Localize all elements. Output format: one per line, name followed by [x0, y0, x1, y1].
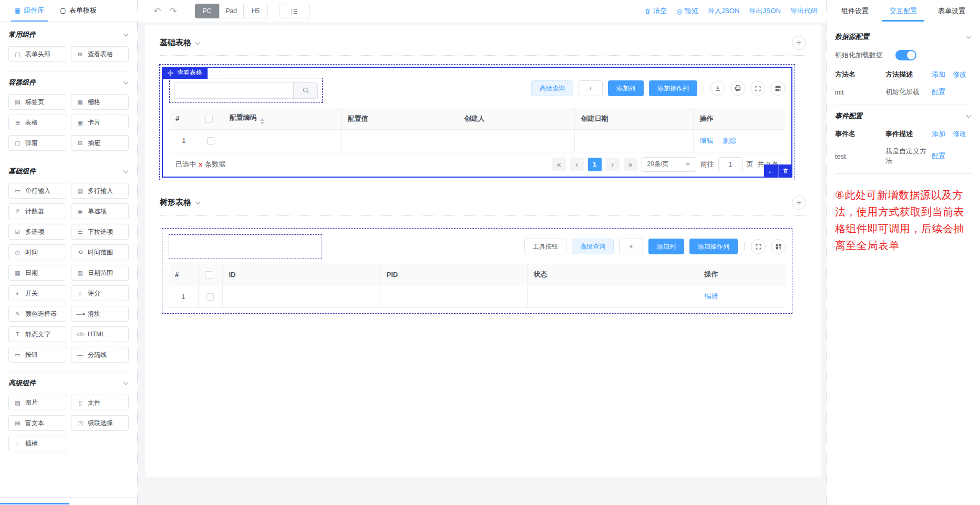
sidebar-scrollbar-thumb[interactable]	[0, 503, 69, 504]
component-item-time-range[interactable]: ⟲时间范围	[71, 244, 129, 260]
add-component-button[interactable]: +	[792, 36, 806, 50]
component-item-divider[interactable]: —分隔线	[71, 347, 129, 363]
fullscreen-button[interactable]	[751, 239, 766, 254]
page-size-select[interactable]: 20条/页	[642, 157, 696, 172]
first-page-button[interactable]: «	[552, 158, 566, 171]
configure-method-link[interactable]: 配置	[932, 87, 945, 97]
component-item-switch[interactable]: ◐开关	[8, 285, 66, 301]
redo-icon[interactable]: ↷	[169, 6, 177, 17]
tab-form-settings[interactable]: 表单设置	[927, 0, 976, 22]
device-h5-button[interactable]: H5	[243, 4, 268, 18]
tab-component-settings[interactable]: 组件设置	[831, 0, 879, 22]
modify-event-link[interactable]: 修改	[953, 129, 966, 139]
add-method-link[interactable]: 添加	[932, 70, 945, 79]
component-item-tab-page[interactable]: ▤标签页	[8, 94, 66, 110]
row-checkbox[interactable]	[207, 293, 214, 301]
component-item-slider[interactable]: —●滑块	[71, 306, 129, 322]
component-item-table[interactable]: ⊞表格	[8, 115, 66, 130]
component-item-file[interactable]: ▯文件	[71, 395, 129, 410]
select-parent-button[interactable]: ←	[764, 164, 778, 178]
chevron-down-icon[interactable]	[123, 31, 129, 36]
export-json-button[interactable]: 导出JSON	[749, 6, 781, 16]
add-event-link[interactable]: 添加	[932, 129, 945, 139]
goto-page-input[interactable]: 1	[718, 157, 742, 171]
component-item-select[interactable]: ☰下拉选项	[71, 224, 129, 240]
undo-icon[interactable]: ↶	[153, 6, 161, 17]
component-item-static-text[interactable]: T静态文字	[8, 326, 66, 342]
component-item-drawer[interactable]: ⊟抽屉	[71, 135, 129, 151]
next-page-button[interactable]: ›	[606, 158, 620, 171]
search-button[interactable]	[293, 83, 317, 98]
column-layout-button[interactable]	[771, 239, 786, 254]
tab-form-templates[interactable]: ▢ 表单模板	[60, 0, 96, 21]
collapse-chevron-icon[interactable]	[195, 39, 201, 45]
select-all-checkbox[interactable]	[205, 271, 212, 279]
component-item-rate[interactable]: ☆评分	[71, 285, 129, 301]
component-item-multi-input[interactable]: ▤多行输入	[71, 183, 129, 199]
delete-link[interactable]: 删除	[723, 137, 736, 145]
select-all-checkbox[interactable]	[205, 116, 213, 123]
collapse-chevron-icon[interactable]	[195, 200, 201, 205]
device-pc-button[interactable]: PC	[195, 4, 220, 18]
component-item-rich-text[interactable]: ▤富文本	[8, 415, 66, 431]
last-page-button[interactable]: »	[624, 158, 637, 171]
init-load-toggle[interactable]	[895, 50, 916, 60]
add-ops-column-button[interactable]: 添加操作列	[689, 239, 738, 254]
search-input[interactable]	[174, 83, 293, 98]
add-button[interactable]: +	[579, 80, 603, 96]
search-area-component[interactable]	[169, 78, 323, 103]
device-pad-button[interactable]: Pad	[219, 4, 244, 18]
chevron-down-icon[interactable]	[123, 379, 129, 385]
preview-button[interactable]: ◎ 预览	[676, 6, 698, 16]
component-item-image[interactable]: ▨图片	[8, 395, 66, 410]
component-item-checkbox[interactable]: ☑多选项	[8, 224, 66, 240]
advanced-query-button[interactable]: 高级查询	[531, 80, 573, 96]
add-component-button[interactable]: +	[792, 195, 806, 210]
component-item-date[interactable]: ▦日期	[8, 265, 66, 281]
chevron-down-icon[interactable]	[123, 79, 129, 84]
search-area-placeholder[interactable]	[169, 234, 322, 259]
fullscreen-button[interactable]	[750, 81, 765, 96]
tool-button[interactable]: 工具按钮	[524, 239, 566, 254]
tree-table-component[interactable]: 工具按钮 高级查询 + 添加列 添加操作列	[162, 228, 792, 314]
add-button[interactable]: +	[619, 239, 643, 254]
component-item-card[interactable]: ▣卡片	[71, 115, 129, 130]
add-column-button[interactable]: 添加列	[648, 239, 684, 254]
tab-interaction-config[interactable]: 交互配置	[879, 0, 927, 22]
add-column-button[interactable]: 添加列	[608, 80, 644, 96]
component-item-radio[interactable]: ◉单选项	[71, 203, 129, 219]
component-item-slot[interactable]: ◌插槽	[8, 436, 66, 451]
chevron-down-icon[interactable]	[123, 168, 129, 173]
component-drag-label[interactable]: 查看表格	[162, 67, 208, 79]
component-item-date-range[interactable]: ▥日期范围	[71, 265, 129, 281]
delete-component-button[interactable]	[778, 164, 792, 178]
modify-method-link[interactable]: 修改	[953, 70, 966, 79]
configure-event-link[interactable]: 配置	[932, 151, 945, 161]
component-item-counter[interactable]: #计数器	[8, 203, 66, 219]
export-code-button[interactable]: 导出代码	[790, 6, 818, 16]
component-item-grid[interactable]: ▦栅格	[71, 94, 129, 110]
component-item-color-picker[interactable]: ✎颜色选择器	[8, 306, 66, 322]
edit-link[interactable]: 编辑	[700, 137, 714, 145]
component-item-dialog[interactable]: ▢弹窗	[8, 135, 66, 151]
clear-button[interactable]: 清空	[644, 6, 667, 16]
current-page-button[interactable]: 1	[588, 158, 602, 171]
advanced-query-button[interactable]: 高级查询	[572, 239, 614, 254]
component-item-cascader[interactable]: ◳级联选择	[71, 415, 129, 431]
collapse-chevron-icon[interactable]	[966, 112, 972, 118]
tab-component-library[interactable]: ▣ 组件库	[15, 0, 44, 21]
collapse-chevron-icon[interactable]	[966, 33, 972, 38]
component-item-single-input[interactable]: ▭单行输入	[8, 183, 66, 199]
add-ops-column-button[interactable]: 添加操作列	[649, 80, 697, 96]
view-table-component[interactable]: 查看表格	[162, 67, 792, 178]
row-checkbox[interactable]	[207, 137, 214, 145]
sort-caret-icon[interactable]	[260, 118, 264, 125]
print-button[interactable]	[730, 81, 745, 96]
component-item-view-table[interactable]: ⊞查看表格	[71, 46, 129, 62]
component-item-form-header[interactable]: ▢表单头部	[8, 46, 66, 62]
edit-link[interactable]: 编辑	[705, 292, 718, 300]
component-item-html[interactable]: </>HTML	[71, 326, 129, 342]
component-item-button[interactable]: ▭按钮	[8, 347, 66, 363]
component-item-time[interactable]: ◷时间	[8, 244, 66, 260]
download-button[interactable]	[710, 81, 725, 96]
